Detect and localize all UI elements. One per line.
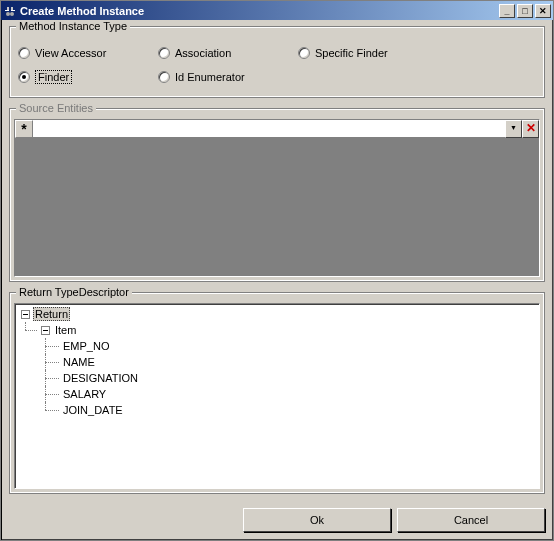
- delete-row-button[interactable]: ✕: [522, 120, 539, 138]
- grid-new-row[interactable]: * ▼ ✕: [15, 120, 539, 138]
- return-type-descriptor-group: Return TypeDescriptor Return Item EMP_NO…: [9, 292, 545, 494]
- tree-label: JOIN_DATE: [61, 404, 125, 416]
- content-area: Method Instance Type View Accessor Assoc…: [1, 20, 553, 500]
- source-entities-grid[interactable]: * ▼ ✕: [14, 119, 540, 277]
- radio-finder[interactable]: Finder: [18, 65, 158, 89]
- radio-label: Finder: [35, 70, 72, 84]
- cancel-button[interactable]: Cancel: [397, 508, 545, 532]
- tree-node-item[interactable]: Item: [17, 322, 537, 338]
- source-entities-group: Source Entities * ▼ ✕: [9, 108, 545, 282]
- radio-icon: [158, 71, 170, 83]
- tree-label: SALARY: [61, 388, 108, 400]
- tree-label: DESIGNATION: [61, 372, 140, 384]
- dialog-window: Create Method Instance _ □ ✕ Method Inst…: [0, 0, 554, 541]
- radio-view-accessor[interactable]: View Accessor: [18, 41, 158, 65]
- radio-icon: [18, 71, 30, 83]
- radio-label: View Accessor: [35, 47, 106, 59]
- group-label: Return TypeDescriptor: [16, 286, 132, 298]
- ok-button[interactable]: Ok: [243, 508, 391, 532]
- tree-node-field[interactable]: EMP_NO: [17, 338, 537, 354]
- svg-rect-1: [11, 10, 15, 11]
- svg-rect-0: [5, 10, 9, 11]
- collapse-icon[interactable]: [41, 326, 50, 335]
- tree-label: NAME: [61, 356, 97, 368]
- type-descriptor-tree[interactable]: Return Item EMP_NONAMEDESIGNATIONSALARYJ…: [14, 303, 540, 489]
- radio-label: Id Enumerator: [175, 71, 245, 83]
- svg-point-4: [6, 12, 10, 16]
- svg-point-5: [10, 12, 14, 16]
- radio-label: Specific Finder: [315, 47, 388, 59]
- radio-row-2: Finder Id Enumerator: [18, 65, 536, 89]
- radio-row-1: View Accessor Association Specific Finde…: [18, 41, 536, 65]
- entity-cell[interactable]: [33, 120, 505, 138]
- dialog-buttons: Ok Cancel: [1, 500, 553, 540]
- maximize-button[interactable]: □: [517, 4, 533, 18]
- tree-node-field[interactable]: DESIGNATION: [17, 370, 537, 386]
- close-button[interactable]: ✕: [535, 4, 551, 18]
- tree-node-field[interactable]: JOIN_DATE: [17, 402, 537, 418]
- tree-label: EMP_NO: [61, 340, 111, 352]
- tree-node-field[interactable]: NAME: [17, 354, 537, 370]
- tree-label: Item: [53, 324, 78, 336]
- collapse-icon[interactable]: [21, 310, 30, 319]
- method-instance-type-group: Method Instance Type View Accessor Assoc…: [9, 26, 545, 98]
- group-label: Source Entities: [16, 102, 96, 114]
- radio-id-enumerator[interactable]: Id Enumerator: [158, 65, 298, 89]
- svg-rect-2: [7, 7, 9, 10]
- dropdown-icon[interactable]: ▼: [505, 120, 522, 138]
- tree-label: Return: [33, 307, 70, 321]
- tree-node-return[interactable]: Return: [17, 306, 537, 322]
- group-label: Method Instance Type: [16, 20, 130, 32]
- radio-icon: [298, 47, 310, 59]
- titlebar-buttons: _ □ ✕: [497, 4, 551, 18]
- radio-icon: [18, 47, 30, 59]
- app-icon: [3, 4, 17, 18]
- titlebar: Create Method Instance _ □ ✕: [1, 1, 553, 20]
- minimize-button[interactable]: _: [499, 4, 515, 18]
- tree-node-field[interactable]: SALARY: [17, 386, 537, 402]
- window-title: Create Method Instance: [20, 5, 497, 17]
- svg-rect-3: [11, 7, 13, 10]
- radio-association[interactable]: Association: [158, 41, 298, 65]
- radio-specific-finder[interactable]: Specific Finder: [298, 41, 438, 65]
- new-row-indicator: *: [15, 120, 33, 138]
- radio-icon: [158, 47, 170, 59]
- radio-label: Association: [175, 47, 231, 59]
